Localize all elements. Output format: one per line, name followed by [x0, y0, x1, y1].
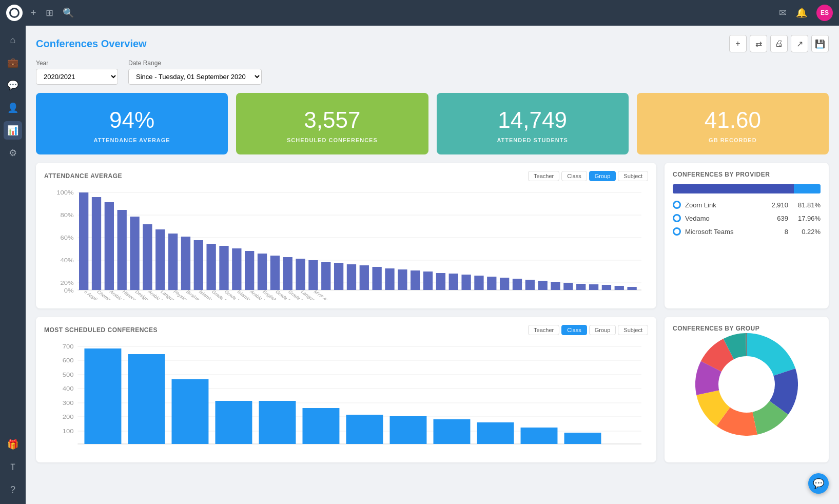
header-actions: + ⇄ 🖨 ↗ 💾 [729, 35, 829, 52]
group-chart-title: CONFERENCES BY GROUP [673, 325, 759, 332]
provider-row-zoom: Zoom Link 2,910 81.81% [673, 201, 821, 209]
provider-bar-vedamo [794, 184, 821, 193]
svg-rect-12 [79, 192, 88, 290]
nav-icons: + ⊞ 🔍 [31, 7, 74, 18]
msteams-count: 8 [768, 228, 788, 236]
svg-text:60%: 60% [60, 235, 73, 241]
scheduled-filter-teacher[interactable]: Teacher [528, 325, 559, 335]
date-range-select[interactable]: Since - Tuesday, 01 September 2020 [128, 69, 262, 85]
svg-rect-49 [551, 282, 560, 290]
svg-rect-19 [168, 234, 178, 290]
scheduled-chart-card: MOST SCHEDULED CONFERENCES Teacher Class… [36, 317, 656, 462]
grid-icon[interactable]: ⊞ [46, 7, 53, 18]
sidebar-item-translate[interactable]: Ｔ [4, 458, 22, 476]
sidebar-item-person[interactable]: 👤 [4, 99, 22, 117]
stat-cards: 94% ATTENDANCE AVERAGE 3,557 SCHEDULED C… [36, 93, 829, 154]
charts-row-2: MOST SCHEDULED CONFERENCES Teacher Class… [36, 317, 829, 462]
print-button[interactable]: 🖨 [770, 35, 788, 52]
svg-text:100: 100 [63, 429, 74, 434]
sidebar-item-help[interactable]: ? [4, 480, 22, 499]
right-icons: ✉ 🔔 ES [779, 5, 833, 21]
svg-rect-90 [84, 348, 121, 444]
scheduled-bar-chart: 700 600 500 400 300 200 100 [44, 341, 648, 454]
msteams-dot [673, 227, 681, 236]
attendance-filter-teacher[interactable]: Teacher [528, 171, 559, 181]
svg-rect-14 [105, 202, 114, 290]
avatar[interactable]: ES [816, 5, 833, 21]
sidebar-item-home[interactable]: ⌂ [4, 31, 22, 49]
attendance-chart-title: ATTENDANCE AVERAGE [44, 172, 122, 180]
svg-rect-41 [449, 274, 458, 290]
svg-rect-35 [373, 267, 382, 290]
save-button[interactable]: 💾 [811, 35, 829, 52]
provider-chart-card: CONFERENCES BY PROVIDER Zoom Link 2,910 … [665, 163, 829, 308]
svg-rect-26 [258, 254, 267, 290]
chat-bubble[interactable]: 💬 [808, 473, 829, 494]
add-button[interactable]: + [729, 35, 747, 52]
svg-rect-17 [143, 224, 152, 290]
scheduled-filter-subject[interactable]: Subject [618, 325, 648, 335]
export-button[interactable]: ↗ [791, 35, 808, 52]
group-pie-chart [673, 338, 821, 431]
svg-rect-101 [564, 433, 601, 444]
attendance-filter-class[interactable]: Class [561, 171, 587, 181]
scheduled-label: SCHEDULED CONFERENCES [287, 137, 378, 143]
msteams-pct: 0.22% [792, 228, 821, 236]
transfer-button[interactable]: ⇄ [750, 35, 767, 52]
svg-rect-34 [360, 265, 369, 290]
svg-text:400: 400 [63, 386, 74, 392]
provider-row-msteams: Microsoft Teams 8 0.22% [673, 227, 821, 236]
svg-rect-92 [171, 379, 208, 444]
search-icon[interactable]: 🔍 [63, 7, 74, 18]
svg-rect-46 [513, 279, 522, 290]
stat-card-attended: 14,749 ATTENDED STUDENTS [437, 93, 629, 154]
svg-rect-51 [576, 284, 586, 290]
svg-text:600: 600 [63, 358, 74, 363]
year-select[interactable]: 2020/2021 [36, 69, 118, 85]
svg-rect-47 [525, 280, 535, 290]
attendance-filter-subject[interactable]: Subject [618, 171, 648, 181]
svg-point-102 [718, 356, 775, 413]
attendance-label: ATTENDANCE AVERAGE [94, 137, 170, 143]
msteams-name: Microsoft Teams [685, 228, 764, 236]
scheduled-chart-title: MOST SCHEDULED CONFERENCES [44, 326, 158, 334]
add-icon[interactable]: + [31, 8, 36, 18]
sidebar-item-gift[interactable]: 🎁 [4, 435, 22, 454]
svg-rect-32 [334, 263, 343, 290]
sidebar-item-chart[interactable]: 📊 [4, 121, 22, 140]
attendance-filter-group[interactable]: Group [589, 171, 616, 181]
scheduled-chart-svg: 700 600 500 400 300 200 100 [44, 341, 648, 454]
logo[interactable] [6, 5, 23, 21]
svg-text:20%: 20% [60, 280, 73, 286]
svg-rect-29 [296, 259, 305, 290]
svg-rect-95 [302, 408, 339, 444]
bell-icon[interactable]: 🔔 [796, 7, 807, 18]
date-range-label: Date Range [128, 60, 262, 67]
svg-rect-96 [346, 415, 383, 444]
svg-text:MYP Arabic 6C...: MYP Arabic 6C... [313, 289, 345, 300]
svg-rect-24 [232, 248, 241, 290]
svg-rect-40 [436, 273, 445, 290]
provider-row-vedamo: Vedamo 639 17.96% [673, 214, 821, 222]
sidebar-item-chat[interactable]: 💬 [4, 76, 22, 94]
svg-rect-45 [500, 278, 509, 290]
svg-rect-21 [194, 240, 203, 290]
svg-rect-31 [321, 262, 330, 290]
scheduled-filter-group[interactable]: Group [589, 325, 616, 335]
svg-rect-39 [423, 272, 433, 290]
svg-rect-50 [563, 283, 573, 290]
scheduled-filter-class[interactable]: Class [561, 325, 587, 335]
sidebar-item-settings[interactable]: ⚙ [4, 144, 22, 162]
svg-text:100%: 100% [56, 190, 73, 196]
sidebar-item-briefcase[interactable]: 💼 [4, 53, 22, 72]
svg-rect-33 [347, 264, 356, 290]
svg-rect-18 [155, 229, 165, 290]
svg-rect-28 [283, 257, 292, 290]
gb-value: 41.60 [705, 107, 761, 133]
zoom-count: 2,910 [768, 201, 788, 209]
attendance-chart-header: ATTENDANCE AVERAGE Teacher Class Group S… [44, 171, 648, 181]
provider-chart-title: CONFERENCES BY PROVIDER [673, 171, 770, 178]
mail-icon[interactable]: ✉ [779, 7, 787, 18]
svg-text:200: 200 [63, 414, 74, 420]
svg-rect-25 [245, 251, 254, 290]
